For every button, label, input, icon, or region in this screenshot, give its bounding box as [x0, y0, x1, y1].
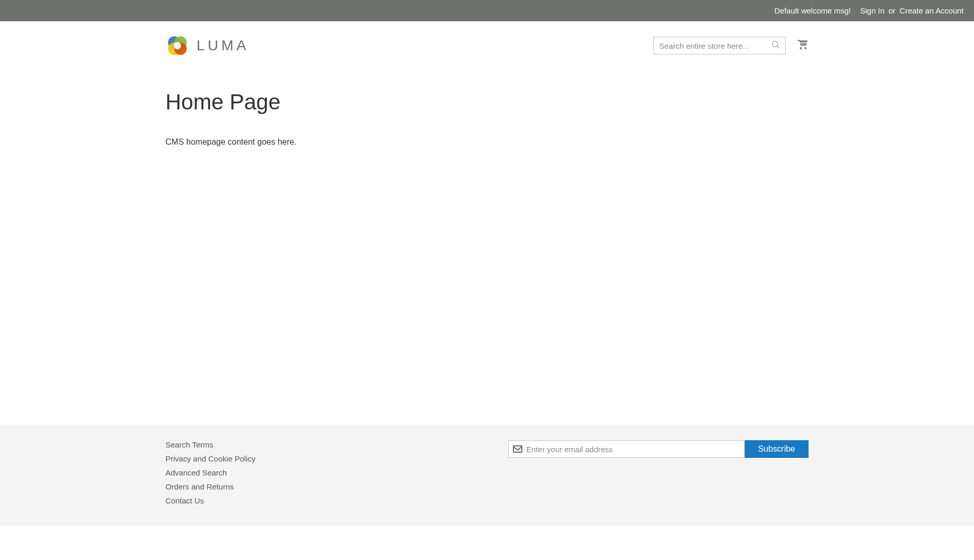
newsletter-form: Subscribe [508, 440, 809, 458]
svg-point-4 [174, 42, 181, 49]
svg-point-5 [772, 41, 778, 47]
search-button[interactable] [769, 38, 783, 53]
footer-links: Search Terms Privacy and Cookie Policy A… [165, 440, 255, 505]
footer: Search Terms Privacy and Cookie Policy A… [0, 425, 974, 526]
page-content: CMS homepage content goes here. [165, 137, 809, 147]
subscribe-button[interactable]: Subscribe [745, 440, 809, 458]
create-account-link[interactable]: Create an Account [900, 6, 964, 15]
sign-in-link[interactable]: Sign In [860, 6, 885, 15]
footer-link-contact-us[interactable]: Contact Us [165, 496, 204, 505]
mail-icon [509, 445, 526, 453]
svg-rect-7 [799, 40, 808, 41]
svg-rect-9 [801, 44, 806, 44]
top-bar: Default welcome msg! Sign In or Create a… [0, 0, 974, 21]
search-input[interactable] [653, 37, 786, 54]
cart-icon [796, 39, 809, 51]
footer-link-orders-returns[interactable]: Orders and Returns [165, 482, 234, 491]
svg-rect-8 [800, 42, 807, 43]
footer-link-privacy[interactable]: Privacy and Cookie Policy [165, 454, 255, 463]
newsletter-email-input[interactable] [526, 441, 744, 457]
welcome-message: Default welcome msg! [774, 6, 851, 15]
page-main: Home Page CMS homepage content goes here… [155, 72, 819, 279]
header-right [653, 37, 809, 54]
page-title: Home Page [165, 90, 809, 115]
footer-link-advanced-search[interactable]: Advanced Search [165, 468, 227, 477]
header: LUMA [155, 21, 819, 72]
luma-logo-icon [165, 34, 189, 58]
search-box [653, 37, 786, 54]
svg-line-6 [777, 46, 780, 49]
brand-name: LUMA [197, 37, 249, 54]
store-logo[interactable]: LUMA [165, 34, 249, 58]
cart-button[interactable] [796, 39, 809, 53]
top-bar-separator: or [888, 6, 895, 15]
footer-link-search-terms[interactable]: Search Terms [165, 440, 213, 449]
search-icon [771, 40, 781, 50]
